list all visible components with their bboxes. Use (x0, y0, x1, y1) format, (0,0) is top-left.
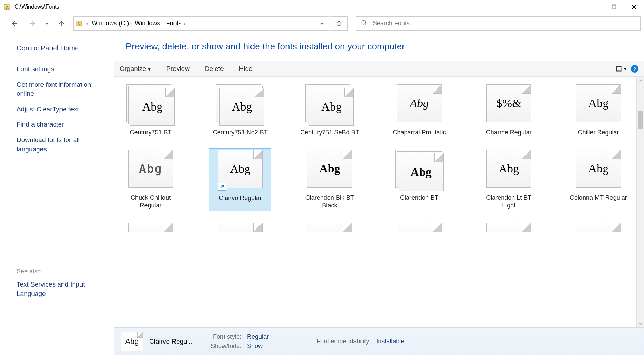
font-item-partial[interactable] (209, 221, 271, 232)
folder-icon: A (74, 20, 84, 27)
navigation-row: A « Windows (C:) › Windows › Fonts › (0, 14, 644, 33)
shortcut-icon (218, 183, 226, 191)
font-thumbnail: Abg (305, 84, 354, 126)
font-label: Chuck Chillout Regular (121, 194, 180, 209)
font-label: Century751 BT (130, 129, 171, 137)
scroll-up-button[interactable] (637, 77, 644, 84)
details-thumbnail: Abg (121, 332, 143, 351)
forward-button[interactable] (24, 15, 41, 32)
details-pane: Abg Clairvo Regul... Font style: Regular… (114, 327, 644, 355)
sidebar-link[interactable]: Find a character (17, 120, 107, 129)
font-item[interactable]: AbgChuck Chillout Regular (120, 148, 182, 211)
font-thumbnail: Abg (485, 150, 533, 191)
font-item-partial[interactable] (567, 221, 629, 232)
sidebar: Control Panel Home Font settings Get mor… (0, 33, 114, 355)
svg-rect-2 (612, 5, 616, 9)
search-bar[interactable] (356, 16, 641, 31)
main-panel: Preview, delete, or show and hide the fo… (114, 33, 644, 355)
font-item[interactable]: AbgClairvo Regular (209, 148, 271, 211)
svg-point-6 (362, 20, 366, 24)
details-style-value: Regular (247, 333, 269, 340)
font-item[interactable]: AbgChaparral Pro Italic (388, 83, 451, 138)
view-options-button[interactable]: ▾ (616, 66, 627, 72)
font-thumbnail: Abg (216, 84, 264, 126)
details-embed-label: Font embeddability: (316, 338, 371, 345)
font-item[interactable]: AbgClarendon Lt BT Light (478, 148, 540, 211)
svg-line-7 (365, 24, 367, 25)
font-item[interactable]: AbgCentury751 BT (120, 83, 182, 138)
font-thumbnail: Abg (216, 150, 264, 191)
font-item[interactable]: AbgCentury751 No2 BT (209, 83, 271, 138)
font-item[interactable]: AbgClarendon Blk BT Black (299, 148, 361, 211)
font-label: Chiller Regular (578, 129, 619, 137)
chevron-down-icon: ▾ (148, 65, 151, 73)
scroll-down-button[interactable] (637, 320, 644, 327)
details-name: Clairvo Regul... (149, 338, 205, 345)
font-item[interactable]: AbgColonna MT Regular (567, 148, 629, 211)
sidebar-link[interactable]: Font settings (17, 65, 107, 74)
font-label: Century751 No2 BT (213, 129, 268, 137)
help-button[interactable]: ? (631, 65, 638, 73)
font-thumbnail: Abg (126, 84, 175, 126)
address-dropdown-button[interactable] (315, 17, 329, 30)
address-bar[interactable]: A « Windows (C:) › Windows › Fonts › (73, 16, 329, 31)
see-also-label: See also (17, 268, 107, 275)
sidebar-link[interactable]: Adjust ClearType text (17, 105, 107, 114)
sidebar-link[interactable]: Get more font information online (17, 80, 107, 99)
breadcrumb-item[interactable]: Fonts (164, 20, 183, 27)
font-item[interactable]: $%&Charme Regular (478, 83, 540, 138)
chevron-down-icon: ▾ (624, 66, 627, 72)
font-item[interactable]: AbgChiller Regular (567, 83, 629, 138)
page-heading: Preview, delete, or show and hide the fo… (126, 41, 644, 52)
font-thumbnail: Abg (574, 150, 623, 191)
font-thumbnail: Abg (305, 150, 354, 191)
font-label: Chaparral Pro Italic (393, 129, 446, 137)
font-item-partial[interactable] (388, 221, 451, 232)
font-item[interactable]: AbgCentury751 SeBd BT (299, 83, 361, 138)
scroll-thumb[interactable] (638, 111, 643, 129)
maximize-button[interactable] (604, 0, 624, 14)
font-thumbnail: Abg (574, 84, 623, 126)
svg-text:A: A (78, 22, 80, 25)
back-button[interactable] (6, 15, 23, 32)
delete-button[interactable]: Delete (205, 65, 224, 73)
font-item[interactable]: AbgClarendon BT (388, 148, 451, 211)
vertical-scrollbar[interactable] (636, 77, 644, 327)
search-icon (361, 20, 367, 27)
titlebar: A C:\Windows\Fonts (0, 0, 644, 14)
sidebar-link[interactable]: Download fonts for all languages (17, 136, 107, 154)
font-item-partial[interactable] (120, 221, 182, 232)
up-button[interactable] (53, 15, 70, 32)
font-thumbnail: Abg (395, 84, 444, 126)
fonts-grid: AbgCentury751 BTAbgCentury751 No2 BTAbgC… (114, 77, 635, 238)
font-item-partial[interactable] (478, 221, 540, 232)
see-also-link[interactable]: Text Services and Input Language (17, 280, 107, 298)
font-label: Charme Regular (486, 129, 532, 137)
svg-rect-8 (616, 66, 621, 71)
chevron-right-icon[interactable]: › (183, 20, 185, 26)
font-thumbnail: $%& (485, 84, 533, 126)
hide-button[interactable]: Hide (239, 65, 253, 73)
organize-button[interactable]: Organize▾ (120, 65, 151, 73)
search-input[interactable] (373, 20, 635, 27)
font-item-partial[interactable] (299, 221, 361, 232)
window-title: C:\Windows\Fonts (15, 4, 59, 10)
svg-text:A: A (6, 5, 9, 9)
app-icon: A (3, 3, 11, 11)
font-label: Clarendon BT (400, 194, 438, 202)
breadcrumb-item[interactable]: Windows (C:) (89, 20, 131, 27)
control-panel-home-link[interactable]: Control Panel Home (17, 43, 107, 53)
breadcrumb-overflow[interactable]: « (85, 20, 88, 26)
minimize-button[interactable] (584, 0, 604, 14)
refresh-button[interactable] (330, 16, 348, 31)
close-button[interactable] (624, 0, 644, 14)
details-embed-value: Installable (376, 338, 404, 345)
preview-button[interactable]: Preview (166, 65, 190, 73)
details-showhide-label: Show/hide: (211, 343, 242, 350)
breadcrumb-item[interactable]: Windows (133, 20, 162, 27)
recent-locations-button[interactable] (42, 15, 52, 32)
font-label: Clarendon Lt BT Light (479, 194, 539, 209)
font-label: Clarendon Blk BT Black (300, 194, 359, 209)
toolbar: Organize▾ Preview Delete Hide ▾ ? (114, 61, 644, 77)
font-thumbnail: Abg (395, 150, 444, 191)
